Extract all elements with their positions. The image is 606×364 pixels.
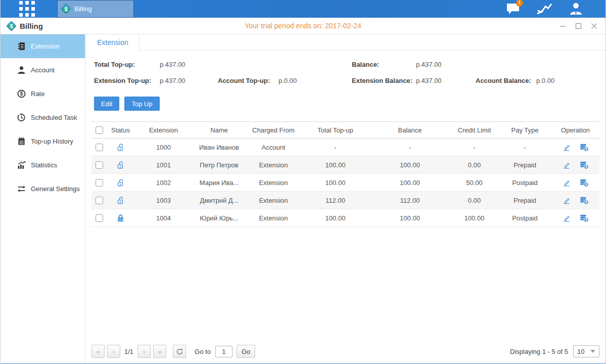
summary-left: Total Top-up: p.437.00 Extension Top-up:… bbox=[94, 61, 352, 93]
cell-balance: 112.00 bbox=[369, 192, 450, 209]
balance-label: Balance: bbox=[352, 61, 416, 68]
top-up-row-button[interactable]: $ bbox=[579, 143, 589, 152]
sidebar-item-label: Extension bbox=[31, 42, 60, 50]
cell-credit-limit: 0.00 bbox=[450, 192, 498, 209]
cell-name: Юрий Юрь... bbox=[193, 209, 246, 227]
pencil-icon bbox=[562, 196, 571, 205]
extension-balance-value: p.437.00 bbox=[416, 77, 476, 84]
cell-extension: 1000 bbox=[134, 139, 193, 156]
trial-period-message: Your trial period ends on: 2017-02-24 bbox=[1, 22, 605, 30]
last-page-button[interactable]: » bbox=[153, 345, 166, 358]
tab-extension[interactable]: Extension bbox=[86, 34, 139, 51]
notification-badge: ! bbox=[516, 0, 523, 7]
resource-monitor-button[interactable] bbox=[536, 2, 553, 17]
close-icon bbox=[591, 23, 597, 29]
cell-charged-from: Account bbox=[246, 139, 301, 156]
apps-menu-button[interactable] bbox=[18, 0, 36, 18]
goto-page-input[interactable] bbox=[215, 346, 232, 357]
row-checkbox[interactable] bbox=[96, 197, 103, 204]
sidebar-item-label: Top-up History bbox=[31, 138, 73, 145]
sidebar-item-topup-history[interactable]: Top-up History bbox=[1, 129, 85, 153]
taskbar-tab-billing[interactable]: Billing bbox=[57, 0, 134, 18]
svg-text:$: $ bbox=[585, 218, 587, 222]
top-up-row-button[interactable]: $ bbox=[579, 214, 589, 222]
tab-strip: Extension bbox=[85, 34, 606, 51]
sidebar-item-rate[interactable]: $ Rate bbox=[1, 82, 85, 106]
lock-open-icon bbox=[116, 196, 125, 203]
pencil-icon bbox=[562, 143, 571, 152]
billing-summary: Total Top-up: p.437.00 Extension Top-up:… bbox=[85, 51, 606, 93]
topbar-right: ! bbox=[504, 2, 605, 17]
cell-balance: 100.00 bbox=[369, 174, 450, 192]
user-account-button[interactable] bbox=[567, 2, 584, 17]
edit-row-button[interactable] bbox=[562, 214, 571, 222]
row-checkbox[interactable] bbox=[96, 214, 103, 222]
billing-app-window: Billing ! bbox=[0, 0, 606, 364]
table-row[interactable]: 1001 Петр Петров Extension 100.00 100.00… bbox=[91, 156, 599, 174]
billing-window-icon bbox=[6, 20, 17, 31]
coins-dollar-icon: $ bbox=[579, 214, 589, 222]
table-header-row: Status Extension Name Charged From Total… bbox=[91, 122, 599, 139]
top-up-row-button[interactable]: $ bbox=[579, 196, 589, 205]
svg-text:$: $ bbox=[585, 147, 587, 151]
cell-pay-type: Prepaid bbox=[498, 192, 551, 209]
svg-text:$: $ bbox=[585, 165, 587, 169]
window-title: Billing bbox=[20, 22, 43, 30]
top-up-button[interactable]: Top Up bbox=[124, 97, 159, 111]
table-row[interactable]: 1003 Дмитрий Д... Extension 112.00 112.0… bbox=[91, 192, 599, 209]
cell-total-topup: - bbox=[301, 139, 369, 156]
lock-closed-icon bbox=[116, 213, 125, 221]
table-row[interactable]: 1002 Мария Ива... Extension 100.00 100.0… bbox=[91, 174, 599, 192]
edit-row-button[interactable] bbox=[562, 196, 571, 205]
page-size-select[interactable]: 10 bbox=[573, 345, 599, 357]
sidebar-item-statistics[interactable]: Statistics bbox=[1, 153, 85, 177]
cell-balance: 100.00 bbox=[369, 156, 450, 174]
coins-dollar-icon: $ bbox=[579, 196, 589, 205]
sidebar-item-scheduled-task[interactable]: Scheduled Task bbox=[1, 106, 85, 129]
account-balance-value: p.0.00 bbox=[536, 77, 554, 84]
edit-button[interactable]: Edit bbox=[94, 97, 119, 111]
lock-open-icon bbox=[116, 178, 125, 186]
edit-row-button[interactable] bbox=[562, 161, 571, 169]
cell-name: Иван Иванов bbox=[193, 139, 246, 156]
row-checkbox[interactable] bbox=[96, 161, 103, 169]
first-page-button[interactable]: « bbox=[91, 345, 105, 358]
notifications-button[interactable]: ! bbox=[504, 2, 522, 17]
edit-row-button[interactable] bbox=[562, 143, 571, 152]
top-up-row-button[interactable]: $ bbox=[579, 161, 589, 169]
sidebar-item-general-settings[interactable]: General Settings bbox=[1, 177, 85, 201]
total-topup-label: Total Top-up: bbox=[94, 61, 160, 68]
sidebar-item-account[interactable]: Account bbox=[1, 58, 85, 82]
main-area: Extension Account $ Rate bbox=[1, 34, 605, 364]
col-credit-limit: Credit Limit bbox=[450, 122, 498, 139]
next-page-button[interactable]: › bbox=[137, 345, 151, 358]
select-all-checkbox[interactable] bbox=[96, 126, 103, 134]
edit-row-button[interactable] bbox=[562, 178, 571, 187]
table-row[interactable]: 1000 Иван Иванов Account - - - - $ bbox=[91, 139, 599, 156]
pagination-bar: « ‹ 1/1 › » Go to Go Displaying 1 - 5 of… bbox=[85, 345, 606, 364]
minimize-button[interactable] bbox=[559, 22, 566, 29]
sidebar-item-extension[interactable]: Extension bbox=[1, 34, 85, 58]
row-checkbox[interactable] bbox=[96, 179, 103, 187]
account-topup-value: p.0.00 bbox=[278, 77, 297, 84]
taskbar-tab-label: Billing bbox=[74, 5, 92, 13]
cell-extension: 1003 bbox=[134, 192, 193, 209]
top-up-row-button[interactable]: $ bbox=[579, 178, 589, 187]
apps-grid-icon bbox=[19, 1, 35, 17]
table-row[interactable]: 1004 Юрий Юрь... Extension 100.00 100.00… bbox=[91, 209, 599, 227]
window-controls bbox=[559, 22, 605, 29]
pencil-icon bbox=[562, 178, 571, 187]
refresh-button[interactable] bbox=[173, 345, 186, 358]
go-button[interactable]: Go bbox=[237, 345, 255, 358]
maximize-button[interactable] bbox=[575, 22, 582, 29]
extension-journal-icon bbox=[17, 42, 26, 51]
cell-credit-limit: - bbox=[450, 139, 498, 156]
svg-text:$: $ bbox=[585, 200, 587, 204]
refresh-icon bbox=[176, 348, 183, 355]
prev-page-button[interactable]: ‹ bbox=[107, 345, 120, 358]
close-button[interactable] bbox=[590, 22, 597, 29]
cell-pay-type: Postpaid bbox=[498, 209, 551, 227]
row-checkbox[interactable] bbox=[96, 144, 103, 151]
cell-balance: 100.00 bbox=[369, 209, 450, 227]
page-size-value: 10 bbox=[577, 348, 584, 355]
